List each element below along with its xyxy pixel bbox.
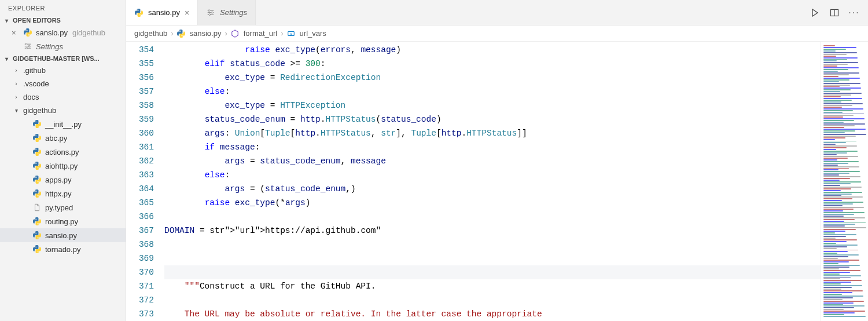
code-line[interactable]: args = status_code_enum, message bbox=[164, 154, 821, 168]
svg-point-10 bbox=[211, 12, 213, 13]
tree-file[interactable]: aiohttp.py bbox=[0, 159, 126, 173]
open-editors-label: OPEN EDITORS bbox=[13, 17, 61, 24]
minimap[interactable] bbox=[821, 42, 868, 321]
breadcrumb-item[interactable]: sansio.py bbox=[189, 29, 221, 38]
code-line[interactable]: def format_url(url: str, url_vars: Mappi… bbox=[164, 265, 821, 279]
workspace-label: GIDGETHUB-MASTER [WS... bbox=[13, 55, 100, 62]
code-line[interactable] bbox=[164, 238, 821, 251]
tree-item-label: docs bbox=[23, 93, 39, 101]
tree-file[interactable]: apps.py bbox=[0, 173, 126, 187]
chevron-down-icon: ▾ bbox=[2, 56, 10, 62]
settings-icon bbox=[23, 42, 32, 51]
chevron-right-icon: › bbox=[13, 67, 20, 74]
tab-label: sansio.py bbox=[148, 8, 180, 17]
svg-point-3 bbox=[25, 43, 27, 45]
code-line[interactable] bbox=[164, 210, 821, 224]
tree-item-label: httpx.py bbox=[45, 189, 72, 198]
code-line[interactable]: DOMAIN = str">"url">https://api.github.c… bbox=[164, 224, 821, 238]
tree-folder[interactable]: ›docs bbox=[0, 90, 126, 104]
tree-file[interactable]: py.typed bbox=[0, 200, 126, 214]
tree-file[interactable]: __init__.py bbox=[0, 117, 126, 131]
line-number: 354 bbox=[126, 43, 154, 57]
line-number: 365 bbox=[126, 196, 154, 210]
tree-folder[interactable]: ›.github bbox=[0, 64, 126, 77]
line-number: 367 bbox=[126, 224, 154, 238]
run-icon[interactable] bbox=[809, 7, 821, 19]
open-editors-header[interactable]: ▾ OPEN EDITORS bbox=[0, 15, 126, 25]
breadcrumb-item[interactable]: url_vars bbox=[300, 29, 326, 38]
breadcrumb-item[interactable]: format_url bbox=[244, 29, 278, 38]
code-line[interactable]: exc_type = RedirectionException bbox=[164, 71, 821, 85]
open-editor-item[interactable]: × sansio.pygidgethub bbox=[0, 25, 126, 39]
line-number: 372 bbox=[126, 293, 154, 307]
python-icon bbox=[134, 8, 144, 17]
tree-folder[interactable]: ›.vscode bbox=[0, 77, 126, 90]
editor-tab[interactable]: sansio.py× bbox=[126, 0, 198, 25]
code-line[interactable]: raise exc_type(errors, message) bbox=[164, 43, 821, 57]
open-editor-label: Settings bbox=[36, 42, 63, 51]
svg-point-4 bbox=[28, 45, 30, 47]
tree-item-label: .github bbox=[23, 66, 46, 75]
code-line[interactable] bbox=[164, 251, 821, 265]
line-number: 355 bbox=[126, 57, 154, 71]
tab-label: Settings bbox=[220, 8, 247, 17]
tree-file[interactable]: httpx.py bbox=[0, 187, 126, 200]
svg-text:x: x bbox=[290, 31, 292, 36]
svg-point-11 bbox=[209, 13, 211, 15]
python-icon bbox=[32, 161, 42, 170]
split-editor-icon[interactable] bbox=[829, 7, 840, 19]
code-line[interactable]: else: bbox=[164, 168, 821, 182]
close-icon[interactable]: × bbox=[185, 8, 189, 17]
line-number: 359 bbox=[126, 112, 154, 126]
code-line[interactable] bbox=[164, 293, 821, 307]
workspace-header[interactable]: ▾ GIDGETHUB-MASTER [WS... bbox=[0, 53, 126, 64]
code-line[interactable]: else: bbox=[164, 85, 821, 99]
tree-item-label: gidgethub bbox=[23, 106, 56, 115]
python-icon bbox=[32, 217, 42, 226]
tree-folder[interactable]: ▾gidgethub bbox=[0, 104, 126, 117]
python-icon bbox=[32, 231, 42, 240]
tree-file[interactable]: abc.py bbox=[0, 131, 126, 145]
code-line[interactable]: raise exc_type(*args) bbox=[164, 196, 821, 210]
line-number: 361 bbox=[126, 140, 154, 154]
code-editor[interactable]: 3543553563573583593603613623633643653663… bbox=[126, 42, 868, 321]
close-icon[interactable]: × bbox=[12, 28, 20, 37]
editor-tab[interactable]: Settings bbox=[198, 0, 256, 25]
breadcrumbs[interactable]: gidgethub› sansio.py› format_url› x url_… bbox=[126, 25, 868, 42]
breadcrumb-item[interactable]: gidgethub bbox=[134, 29, 167, 38]
open-editor-label: sansio.py bbox=[36, 28, 68, 37]
editor-actions: ··· bbox=[809, 0, 868, 25]
line-number-gutter: 3543553563573583593603613623633643653663… bbox=[126, 42, 164, 321]
code-line[interactable]: status_code_enum = http.HTTPStatus(statu… bbox=[164, 112, 821, 126]
chevron-down-icon: ▾ bbox=[13, 107, 20, 114]
tree-file[interactable]: tornado.py bbox=[0, 242, 126, 256]
line-number: 371 bbox=[126, 279, 154, 293]
python-icon bbox=[32, 147, 42, 156]
tree-file[interactable]: sansio.py bbox=[0, 228, 126, 242]
line-number: 356 bbox=[126, 71, 154, 85]
tree-item-label: sansio.py bbox=[45, 231, 77, 240]
code-content[interactable]: raise exc_type(errors, message) elif sta… bbox=[164, 42, 821, 321]
code-line[interactable]: args = (status_code_enum,) bbox=[164, 182, 821, 196]
more-icon[interactable]: ··· bbox=[848, 7, 860, 19]
tree-item-label: .vscode bbox=[23, 79, 49, 88]
symbol-method-icon bbox=[231, 29, 240, 38]
explorer-sidebar: EXPLORER ▾ OPEN EDITORS × sansio.pygidge… bbox=[0, 0, 126, 321]
code-line[interactable]: if message: bbox=[164, 140, 821, 154]
settings-icon bbox=[206, 8, 215, 17]
python-icon bbox=[176, 29, 186, 38]
code-line[interactable]: exc_type = HTTPException bbox=[164, 99, 821, 112]
code-line[interactable]: The URL may be absolute or relative. In … bbox=[164, 307, 821, 321]
open-editor-item[interactable]: Settings bbox=[0, 39, 126, 53]
code-line[interactable]: elif status_code >= 300: bbox=[164, 57, 821, 71]
tree-file[interactable]: actions.py bbox=[0, 145, 126, 159]
line-number: 369 bbox=[126, 251, 154, 265]
explorer-title: EXPLORER bbox=[0, 0, 126, 15]
python-icon bbox=[32, 133, 42, 143]
python-icon bbox=[32, 189, 42, 198]
code-line[interactable]: args: Union[Tuple[http.HTTPStatus, str],… bbox=[164, 126, 821, 140]
code-line[interactable]: """Construct a URL for the GitHub API. bbox=[164, 279, 821, 293]
tree-item-label: tornado.py bbox=[45, 245, 80, 254]
tree-file[interactable]: routing.py bbox=[0, 214, 126, 228]
breadcrumb-separator: › bbox=[225, 29, 227, 38]
